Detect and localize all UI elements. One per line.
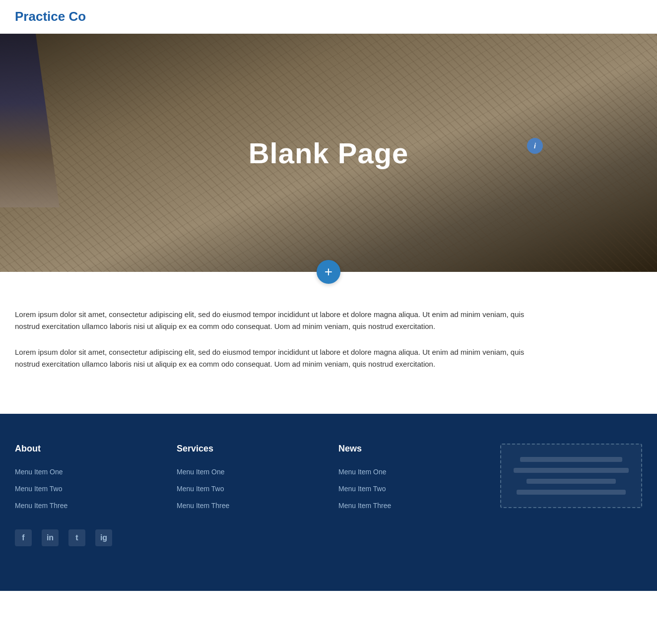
hero-title: Blank Page: [249, 136, 409, 170]
widget-line-1: [520, 457, 622, 462]
widget-line-2: [514, 468, 629, 473]
footer-col-services: Services Menu Item One Menu Item Two Men…: [177, 444, 319, 546]
footer-widget: [500, 444, 642, 508]
footer-services-title: Services: [177, 444, 319, 454]
facebook-icon[interactable]: f: [15, 529, 32, 546]
footer-about-item-2[interactable]: Menu Item Two: [15, 485, 157, 493]
footer-news-item-3[interactable]: Menu Item Three: [338, 502, 480, 510]
info-button[interactable]: i: [527, 138, 543, 154]
footer-services-item-2[interactable]: Menu Item Two: [177, 485, 319, 493]
content-paragraph-1: Lorem ipsum dolor sit amet, consectetur …: [15, 309, 531, 332]
linkedin-icon[interactable]: in: [42, 529, 59, 546]
footer-col-about: About Menu Item One Menu Item Two Menu I…: [15, 444, 157, 546]
footer-services-item-3[interactable]: Menu Item Three: [177, 502, 319, 510]
footer-about-item-1[interactable]: Menu Item One: [15, 468, 157, 476]
footer-news-item-1[interactable]: Menu Item One: [338, 468, 480, 476]
site-header: Practice Co: [0, 0, 657, 34]
footer-socials: f in t ig: [15, 529, 157, 546]
main-content: Lorem ipsum dolor sit amet, consectetur …: [0, 284, 546, 414]
footer-about-title: About: [15, 444, 157, 454]
widget-line-4: [517, 490, 625, 495]
footer-about-item-3[interactable]: Menu Item Three: [15, 502, 157, 510]
add-button[interactable]: +: [317, 260, 340, 284]
site-footer: About Menu Item One Menu Item Two Menu I…: [0, 414, 657, 591]
twitter-icon[interactable]: t: [68, 529, 85, 546]
footer-news-title: News: [338, 444, 480, 454]
footer-col-news: News Menu Item One Menu Item Two Menu It…: [338, 444, 480, 546]
widget-line-3: [526, 479, 616, 484]
footer-news-item-2[interactable]: Menu Item Two: [338, 485, 480, 493]
footer-grid: About Menu Item One Menu Item Two Menu I…: [15, 444, 642, 546]
footer-services-item-1[interactable]: Menu Item One: [177, 468, 319, 476]
footer-col-widget: [500, 444, 642, 546]
instagram-icon[interactable]: ig: [95, 529, 112, 546]
plus-button-wrap: +: [0, 260, 657, 284]
site-logo[interactable]: Practice Co: [15, 9, 86, 24]
hero-section: Blank Page i: [0, 34, 657, 272]
content-paragraph-2: Lorem ipsum dolor sit amet, consectetur …: [15, 346, 531, 370]
